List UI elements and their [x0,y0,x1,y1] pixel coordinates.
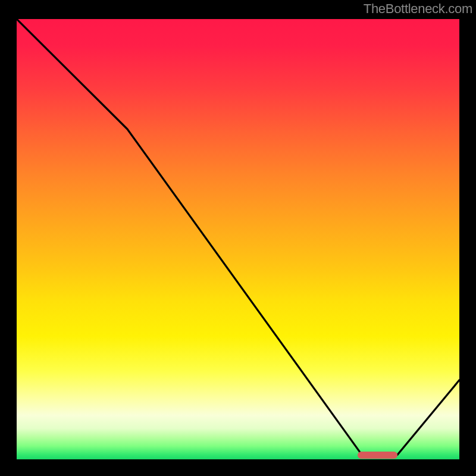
watermark-text: TheBottleneck.com [364,1,472,17]
curve-path [17,19,459,455]
chart-curve [17,19,459,459]
optimal-range-marker [358,452,397,459]
plot-area [14,17,462,462]
